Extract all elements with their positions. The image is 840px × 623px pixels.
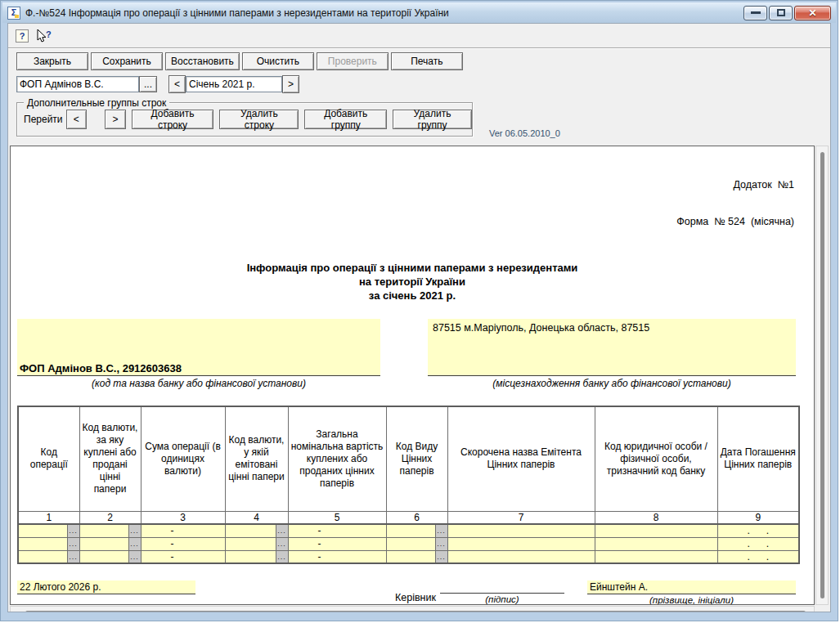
next-month-button[interactable]: > (282, 75, 299, 93)
horizontal-scrollbar-thumb[interactable] (25, 611, 806, 612)
save-button[interactable]: Сохранить (91, 52, 163, 70)
cell-currency-issued[interactable]: ... (225, 537, 288, 550)
ellipsis-button[interactable]: ... (128, 538, 141, 550)
help-question-glyph: ? (20, 31, 25, 41)
cell-security-type[interactable]: ... (386, 524, 447, 537)
cell-currency-bought[interactable]: ... (79, 524, 141, 537)
cell-op-code[interactable]: ... (18, 524, 79, 537)
ellipsis-button[interactable]: ... (276, 551, 288, 563)
bank-fields-row: ФОП Адмінов В.С., 2912603638 (код та наз… (17, 319, 814, 389)
help-toolbar: ? ? (8, 24, 830, 48)
context-help-question-glyph: ? (46, 29, 52, 39)
cell-issuer-name[interactable] (447, 537, 595, 550)
ellipsis-button[interactable]: ... (67, 538, 79, 550)
cell-currency-issued[interactable]: ... (225, 524, 288, 537)
close-button[interactable]: ✕ (794, 6, 831, 20)
cell-maturity-date[interactable]: . . (717, 537, 799, 550)
col-number: 5 (288, 511, 386, 524)
vertical-scrollbar-thumb[interactable] (820, 152, 824, 598)
cell-sum[interactable]: - (141, 550, 225, 563)
help-icon[interactable]: ? (16, 29, 29, 43)
col-header-currency-bought: Код валюти, за яку куплені або продані ц… (79, 406, 141, 511)
minimize-button[interactable] (743, 6, 767, 20)
col-number: 4 (225, 511, 288, 524)
form-area: Додаток №1 Форма № 524 (місячна) Інформа… (10, 146, 829, 612)
col-header-op-code: Код операції (18, 406, 79, 511)
restore-data-button[interactable]: Восстановить (165, 52, 240, 70)
cell-nominal[interactable]: - (288, 550, 386, 563)
add-row-button[interactable]: Добавить строку (132, 110, 214, 129)
cell-entity-code[interactable] (595, 524, 717, 537)
manager-signature-line-group: (підпис) (440, 580, 564, 604)
table-row: ... ... - ... - ... . . (18, 550, 799, 563)
manager-label: Керівник (395, 592, 436, 604)
app-window: Σ Ф.-№524 Інформація про операції з цінн… (0, 0, 838, 621)
cell-currency-issued[interactable]: ... (225, 550, 288, 563)
add-group-button[interactable]: Добавить группу (304, 110, 387, 129)
cell-entity-code[interactable] (595, 550, 717, 563)
organization-browse-button[interactable]: ... (139, 76, 157, 92)
check-button[interactable]: Проверить (317, 52, 389, 70)
ellipsis-button[interactable]: ... (435, 551, 447, 563)
close-form-button[interactable]: Закрыть (16, 52, 88, 70)
minimize-icon (751, 11, 761, 14)
signature-line (440, 580, 564, 594)
delete-group-button[interactable]: Удалить группу (393, 110, 472, 129)
organization-input[interactable] (16, 76, 139, 92)
location-field[interactable]: 87515 м.Маріуполь, Донецька область, 875… (428, 319, 796, 376)
table-row: ... ... - ... - ... . . (18, 524, 799, 537)
delete-row-button[interactable]: Удалить строку (219, 110, 299, 129)
previous-month-button[interactable]: < (168, 75, 186, 93)
form-title-line2: на території України (11, 275, 814, 289)
ellipsis-button[interactable]: ... (435, 525, 447, 537)
main-toolbar: Закрыть Сохранить Восстановить Очистить … (8, 48, 830, 70)
ellipsis-button[interactable]: ... (276, 538, 288, 550)
report-date-field[interactable]: 22 Лютого 2026 р. (17, 580, 195, 594)
cell-op-code[interactable]: ... (18, 550, 79, 563)
cell-maturity-date[interactable]: . . (717, 550, 799, 563)
row-groups-groupbox: Дополнительные группы строк Перейти < > … (16, 102, 473, 137)
cell-security-type[interactable]: ... (386, 537, 447, 550)
col-header-currency-issued: Код валюти, у якій емітовані цінні папер… (225, 406, 288, 511)
cell-security-type[interactable]: ... (386, 550, 447, 563)
cell-nominal[interactable]: - (288, 524, 386, 537)
ellipsis-button[interactable]: ... (67, 551, 79, 563)
cell-issuer-name[interactable] (447, 550, 595, 563)
column-numbers-row: 1 2 3 4 5 6 7 8 9 (18, 511, 799, 524)
location-field-group: 87515 м.Маріуполь, Донецька область, 875… (428, 319, 796, 389)
restore-button[interactable] (769, 6, 793, 20)
goto-previous-button[interactable]: < (66, 110, 87, 129)
cell-currency-bought[interactable]: ... (79, 537, 141, 550)
sigma-icon: Σ (11, 8, 17, 17)
ellipsis-button[interactable]: ... (128, 525, 141, 537)
cell-sum[interactable]: - (141, 524, 225, 537)
cell-entity-code[interactable] (595, 537, 717, 550)
window-controls: ✕ (743, 6, 831, 20)
cell-sum[interactable]: - (141, 537, 225, 550)
goto-label: Перейти (24, 114, 63, 125)
report-date-group: 22 Лютого 2026 р. (17, 580, 195, 594)
col-number: 3 (141, 511, 225, 524)
month-input[interactable] (186, 76, 282, 92)
context-help-icon[interactable]: ? (37, 29, 52, 43)
ellipsis-button[interactable]: ... (128, 551, 141, 563)
manager-name-field[interactable]: Ейнштейн А. (587, 580, 796, 594)
table-header-row: Код операції Код валюти, за яку куплені … (18, 406, 799, 511)
cell-maturity-date[interactable]: . . (717, 524, 799, 537)
form-footer: 22 Лютого 2026 р. Керівник (підпис) Ейнш… (11, 574, 814, 605)
ellipsis-button[interactable]: ... (276, 525, 288, 537)
cell-issuer-name[interactable] (447, 524, 595, 537)
cell-op-code[interactable]: ... (18, 537, 79, 550)
cell-nominal[interactable]: - (288, 537, 386, 550)
clear-button[interactable]: Очистить (242, 52, 314, 70)
horizontal-scrollbar[interactable] (10, 606, 815, 612)
print-button[interactable]: Печать (391, 52, 463, 70)
cell-currency-bought[interactable]: ... (79, 550, 141, 563)
ellipsis-button[interactable]: ... (67, 525, 79, 537)
col-header-nominal: Загальна номінальна вартість куплених аб… (288, 406, 386, 511)
ellipsis-button[interactable]: ... (435, 538, 447, 550)
bank-name-field[interactable]: ФОП Адмінов В.С., 2912603638 (17, 319, 380, 376)
goto-next-button[interactable]: > (105, 110, 125, 129)
col-number: 2 (79, 511, 141, 524)
vertical-scrollbar[interactable] (815, 146, 829, 605)
